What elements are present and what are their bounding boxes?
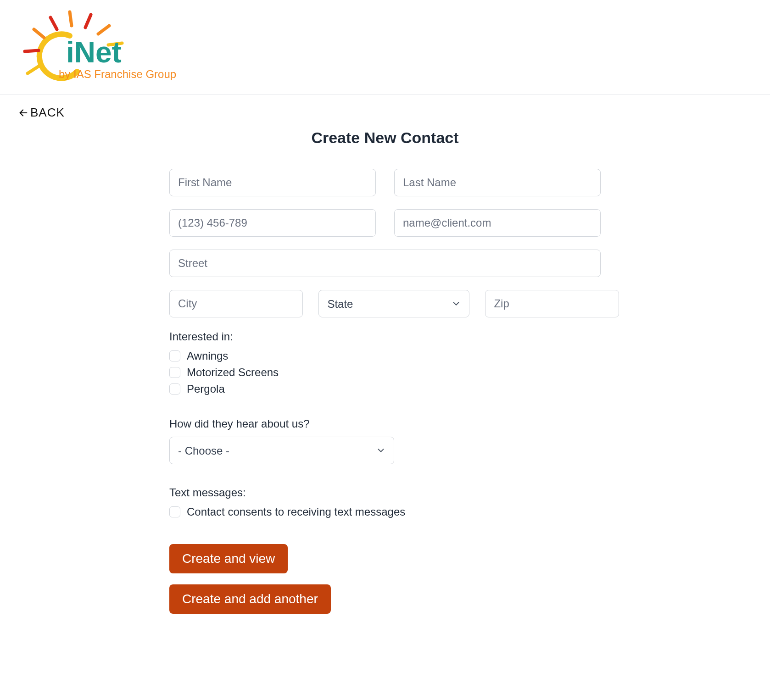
logo: iNet by IAS Franchise Group (18, 9, 752, 85)
interested-in-label: Interested in: (169, 330, 601, 343)
hear-about-us-select[interactable]: - Choose - (169, 437, 394, 464)
back-label: BACK (30, 106, 65, 120)
back-button[interactable]: BACK (18, 106, 65, 120)
interested-pergola-checkbox[interactable] (169, 383, 180, 394)
arrow-left-icon (18, 108, 28, 118)
create-and-add-another-button[interactable]: Create and add another (169, 584, 331, 614)
street-input[interactable] (169, 250, 601, 277)
page-title: Create New Contact (169, 129, 601, 147)
state-select[interactable]: State (318, 290, 469, 317)
interested-motorized-screens-label[interactable]: Motorized Screens (187, 366, 279, 379)
zip-input[interactable] (485, 290, 619, 317)
text-consent-checkbox[interactable] (169, 506, 180, 517)
logo-primary-text: iNet (66, 36, 122, 69)
create-and-view-button[interactable]: Create and view (169, 544, 288, 573)
email-input[interactable] (394, 209, 601, 237)
interested-awnings-checkbox[interactable] (169, 350, 180, 361)
last-name-input[interactable] (394, 169, 601, 196)
interested-pergola-label[interactable]: Pergola (187, 383, 225, 395)
interested-awnings-label[interactable]: Awnings (187, 350, 228, 362)
logo-sun-icon: iNet by IAS Franchise Group (18, 9, 197, 85)
text-messages-label: Text messages: (169, 486, 601, 499)
logo-secondary-text: by IAS Franchise Group (59, 68, 176, 80)
city-input[interactable] (169, 290, 303, 317)
hear-about-us-label: How did they hear about us? (169, 417, 601, 430)
phone-input[interactable] (169, 209, 376, 237)
interested-motorized-screens-checkbox[interactable] (169, 367, 180, 378)
text-consent-label[interactable]: Contact consents to receiving text messa… (187, 506, 405, 518)
app-header: iNet by IAS Franchise Group (0, 0, 770, 94)
create-contact-form: Create New Contact State (151, 120, 619, 650)
first-name-input[interactable] (169, 169, 376, 196)
